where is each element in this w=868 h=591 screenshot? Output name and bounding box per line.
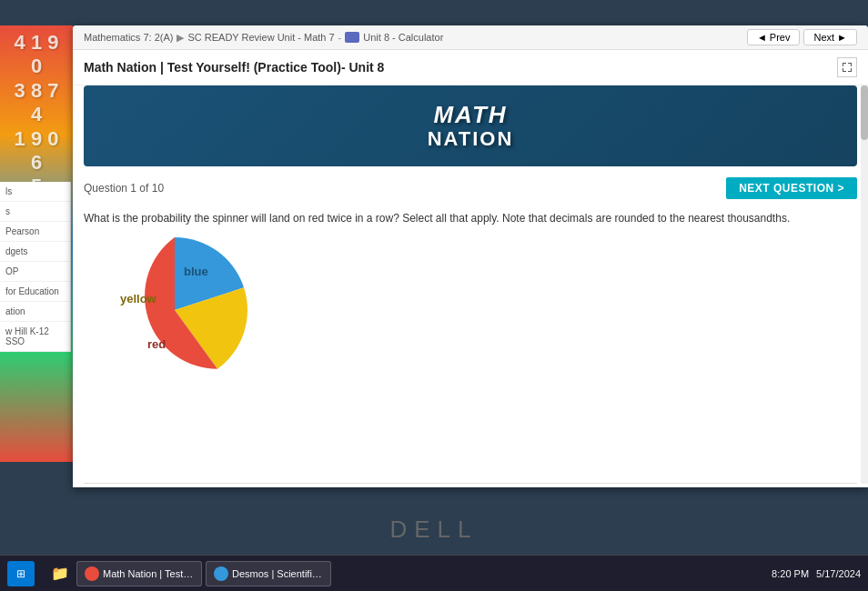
math-nation-logo: MATH NATION [428, 102, 514, 150]
banner-line1: MATH [428, 102, 514, 128]
taskbar-time: 8:20 PM [772, 568, 809, 579]
breadcrumb-unit-parent: SC READY Review Unit - Math 7 [187, 32, 334, 43]
next-question-button[interactable]: NEXT QUESTION > [726, 177, 857, 199]
dell-logo: DELL [389, 516, 478, 544]
desmos-tab-label: Desmos | Scientific ... [232, 568, 323, 579]
page-title-bar: Math Nation | Test Yourself! (Practice T… [73, 50, 868, 85]
breadcrumb-separator: ▶ [177, 32, 184, 44]
desmos-tab[interactable]: Desmos | Scientific ... [206, 561, 331, 586]
math-nation-banner: MATH NATION [84, 85, 857, 166]
unit-label: Unit 8 - Calculator [345, 32, 443, 43]
scrollbar-track [861, 85, 868, 484]
unit-icon [345, 32, 359, 43]
taskbar: ⊞ 📁 Math Nation | Test ... Desmos | Scie… [0, 555, 868, 591]
windows-icon: ⊞ [16, 567, 25, 580]
pie-labels: blue yellow red [102, 237, 247, 383]
sidebar-item-ation[interactable]: ation [0, 302, 70, 322]
browser-window: Mathematics 7: 2(A) ▶ SC READY Review Un… [73, 25, 868, 487]
pie-chart-container: blue yellow red [102, 237, 857, 383]
math-nation-favicon [85, 566, 99, 581]
expand-button[interactable] [837, 57, 857, 77]
content-scroll-area: MATH NATION Question 1 of 10 NEXT QUESTI… [73, 85, 868, 484]
red-label: red [147, 337, 166, 351]
bottom-divider [84, 483, 857, 484]
breadcrumb-bar: Mathematics 7: 2(A) ▶ SC READY Review Un… [73, 25, 868, 50]
sidebar-labels: ls s Pearson dgets OP for Education atio… [0, 182, 71, 352]
taskbar-date: 5/17/2024 [816, 568, 861, 579]
breadcrumb-separator2: - [338, 32, 342, 43]
page-title: Math Nation | Test Yourself! (Practice T… [84, 60, 384, 75]
yellow-label: yellow [120, 292, 156, 306]
desmos-favicon [214, 566, 228, 581]
prev-button[interactable]: ◄ Prev [747, 29, 801, 45]
question-area: Question 1 of 10 NEXT QUESTION > What is… [73, 174, 868, 383]
sidebar-item[interactable]: ls [0, 182, 70, 202]
scrollbar-thumb[interactable] [861, 85, 868, 140]
math-nation-tab[interactable]: Math Nation | Test ... [76, 561, 202, 586]
taskbar-right: 8:20 PM 5/17/2024 [772, 568, 861, 579]
banner-line2: NATION [428, 128, 514, 150]
blue-label: blue [184, 265, 208, 278]
question-header: Question 1 of 10 NEXT QUESTION > [84, 174, 857, 203]
sidebar-item[interactable]: s [0, 202, 70, 222]
sidebar-item-dgets[interactable]: dgets [0, 242, 70, 262]
sidebar-item-education[interactable]: for Education [0, 282, 70, 302]
folder-icon: 📁 [51, 565, 69, 582]
sidebar-item-pearson[interactable]: Pearson [0, 222, 70, 242]
breadcrumb-unit: Unit 8 - Calculator [363, 32, 443, 43]
sidebar-item-hill[interactable]: w Hill K-12 SSO [0, 322, 70, 352]
nav-buttons: ◄ Prev Next ► [747, 29, 857, 45]
math-nation-tab-label: Math Nation | Test ... [103, 568, 194, 579]
sidebar-item-op[interactable]: OP [0, 262, 70, 282]
breadcrumb-course: Mathematics 7: 2(A) [84, 32, 173, 43]
start-button[interactable]: ⊞ [7, 561, 35, 586]
question-text: What is the probability the spinner will… [84, 210, 857, 226]
question-counter: Question 1 of 10 [84, 182, 164, 195]
next-button[interactable]: Next ► [803, 29, 857, 45]
file-explorer-button[interactable]: 📁 [47, 561, 73, 586]
